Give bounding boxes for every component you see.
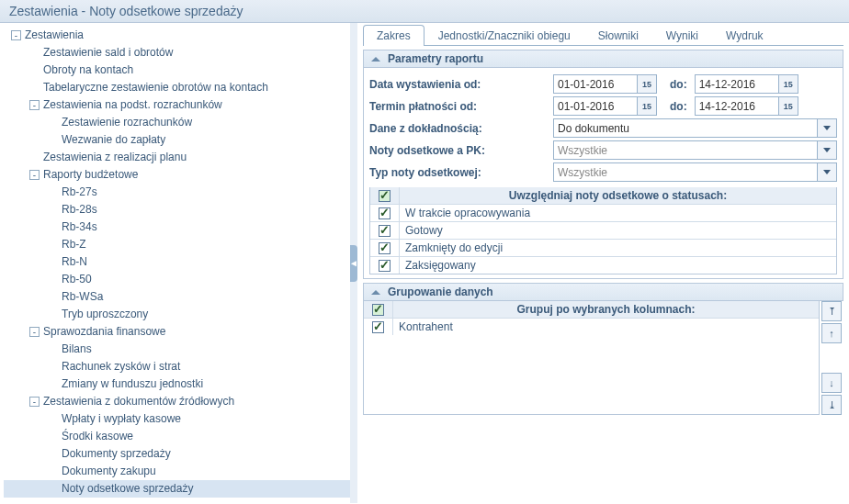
check-all[interactable] [372,304,384,316]
precision-select[interactable] [553,118,818,138]
check-all[interactable] [379,190,391,202]
checkbox[interactable] [379,207,391,219]
tree-item[interactable]: Rb-34s [4,218,350,236]
tree-item[interactable]: -Zestawienia z dokumentów źródłowych [4,393,350,410]
section-params-title: Parametry raportu [388,52,483,65]
tree-label: Obroty na kontach [43,63,133,76]
tab[interactable]: Jednostki/Znaczniki obiegu [424,25,584,46]
chevron-down-icon[interactable] [818,118,837,138]
tab[interactable]: Wydruk [712,25,777,46]
table-row[interactable]: Kontrahent [364,318,819,335]
tree-label: Rachunek zysków i strat [62,360,180,373]
group-grid-header: Grupuj po wybranych kolumnach: [393,301,819,318]
calendar-icon[interactable]: 15 [779,96,798,116]
date-issue-from-input[interactable] [553,74,638,94]
to-label: do: [670,78,687,91]
paydate-from-input[interactable] [553,96,638,116]
tab[interactable]: Wyniki [652,25,712,46]
notes-pk-label: Noty odsetkowe a PK: [369,144,553,157]
status-label: Zamknięty do edycji [400,240,836,256]
checkbox[interactable] [379,242,391,254]
tree-toggle-icon[interactable]: - [29,397,40,407]
date-issue-to-input[interactable] [695,74,779,94]
status-grid-header: Uwzględniaj noty odsetkowe o statusach: [400,187,836,204]
move-down-button[interactable]: ↓ [821,373,842,393]
move-top-button[interactable]: ⤒ [821,301,842,321]
tree-label: Noty odsetkowe sprzedaży [62,482,193,495]
tree-item[interactable]: Zmiany w funduszu jednostki [4,375,350,393]
tree-label: Rb-28s [62,203,97,216]
tabs: ZakresJednostki/Znaczniki obieguSłowniki… [363,25,843,46]
tree-item[interactable]: -Zestawienia [4,27,350,44]
tree-label: Zestawienia [25,28,84,41]
tree-label: Wezwanie do zapłaty [62,133,165,146]
move-bottom-button[interactable]: ⤓ [821,395,842,415]
calendar-icon[interactable]: 15 [638,74,657,94]
tree-toggle-icon[interactable]: - [11,30,21,40]
tree-item[interactable]: Zestawienie rozrachunków [4,114,350,131]
table-row: W trakcie opracowywania [370,204,836,221]
tree-item[interactable]: Dokumenty sprzedaży [4,445,350,463]
calendar-icon[interactable]: 15 [638,96,657,116]
status-label: Zaksięgowany [400,257,836,274]
tree-label: Rb-50 [62,273,92,286]
tree-item[interactable]: Rb-28s [4,201,350,218]
tree-item[interactable]: Rachunek zysków i strat [4,358,350,375]
tree-item[interactable]: Wpłaty i wypłaty kasowe [4,410,350,428]
tree-item[interactable]: Bilans [4,341,350,358]
tree-sidebar: -ZestawieniaZestawienie sald i obrotówOb… [0,23,350,503]
tree-label: Środki kasowe [62,430,133,442]
tree-item[interactable]: Rb-27s [4,184,350,201]
move-up-button[interactable]: ↑ [821,323,842,343]
tab[interactable]: Zakres [363,25,424,46]
tree-item[interactable]: Rb-N [4,253,350,271]
tree-item[interactable]: Rb-Z [4,236,350,253]
note-type-label: Typ noty odsetkowej: [369,166,553,179]
section-grouping[interactable]: Grupowanie danych [363,283,843,301]
checkbox[interactable] [379,260,391,272]
notes-pk-select[interactable] [553,140,818,160]
collapse-up-icon [371,57,380,62]
tree-label: Zestawienia z dokumentów źródłowych [43,395,234,408]
tree-item[interactable]: Noty odsetkowe sprzedaży [4,480,350,498]
paydate-to-input[interactable] [695,96,779,116]
tree-label: Zestawienie rozrachunków [62,116,192,129]
tree-item[interactable]: Rb-50 [4,271,350,288]
calendar-icon[interactable]: 15 [779,74,798,94]
tree-item[interactable]: Rb-WSa [4,288,350,306]
tree-toggle-icon[interactable]: - [29,170,40,180]
collapse-icon[interactable]: ◄ [350,245,357,282]
tree-item[interactable]: Tabelaryczne zestawienie obrotów na kont… [4,79,350,96]
note-type-select[interactable] [553,162,818,182]
tree-item[interactable]: -Raporty budżetowe [4,166,350,184]
chevron-down-icon[interactable] [818,162,837,182]
tree-item[interactable]: Zestawienie sald i obrotów [4,44,350,62]
splitter[interactable]: ◄ [350,23,357,503]
tree-label: Zmiany w funduszu jednostki [62,377,203,390]
tree-item[interactable]: Tryb uproszczony [4,306,350,323]
tree-toggle-icon[interactable]: - [29,327,40,337]
tree-item[interactable]: Dokumenty zakupu [4,463,350,480]
tree-item[interactable]: -Sprawozdania finansowe [4,323,350,341]
checkbox[interactable] [379,225,391,237]
tree-item[interactable]: Środki kasowe [4,428,350,445]
to-label: do: [670,100,687,113]
tree-item[interactable]: Obroty na kontach [4,62,350,79]
tree-label: Sprawozdania finansowe [43,325,165,338]
tab[interactable]: Słowniki [584,25,652,46]
tree-label: Rb-34s [62,220,97,233]
tree-label: Rb-WSa [62,290,103,303]
status-label: Gotowy [400,222,836,239]
chevron-down-icon[interactable] [818,140,837,160]
tree-label: Dokumenty zakupu [62,465,156,477]
tree-label: Wpłaty i wypłaty kasowe [62,412,181,425]
tree-label: Bilans [62,342,92,355]
tree-item[interactable]: Zestawienia z realizacji planu [4,149,350,166]
tree-item[interactable]: -Zestawienia na podst. rozrachunków [4,96,350,114]
table-row: Zaksięgowany [370,256,836,274]
tree-toggle-icon[interactable]: - [29,100,40,110]
checkbox[interactable] [372,321,384,333]
tree-item[interactable]: Wezwanie do zapłaty [4,131,350,149]
tree-label: Zestawienia na podst. rozrachunków [43,98,222,111]
section-params[interactable]: Parametry raportu [363,50,843,68]
